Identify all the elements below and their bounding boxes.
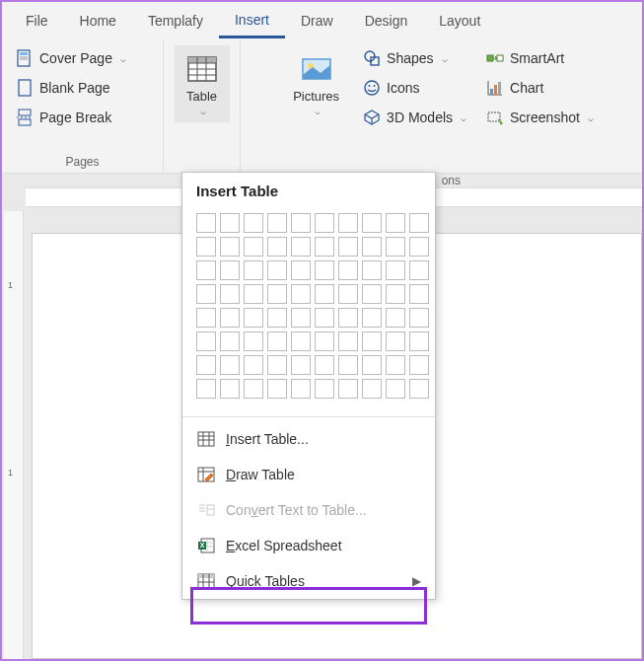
screenshot-button[interactable]: Screenshot ⌵ [480, 105, 600, 130]
tab-file[interactable]: File [10, 5, 64, 37]
grid-cell[interactable] [267, 213, 287, 233]
grid-cell[interactable] [220, 308, 240, 328]
grid-cell[interactable] [220, 331, 240, 351]
vertical-ruler[interactable]: 1 1 [4, 211, 24, 659]
grid-cell[interactable] [244, 355, 263, 375]
grid-cell[interactable] [338, 260, 358, 280]
table-button[interactable]: Table ⌵ [175, 45, 230, 122]
grid-cell[interactable] [315, 260, 334, 280]
grid-cell[interactable] [338, 308, 358, 328]
grid-cell[interactable] [267, 308, 287, 328]
grid-cell[interactable] [291, 331, 311, 351]
tab-design[interactable]: Design [349, 5, 424, 37]
grid-cell[interactable] [244, 379, 263, 399]
grid-cell[interactable] [220, 213, 240, 233]
grid-cell[interactable] [386, 331, 405, 351]
grid-cell[interactable] [267, 379, 287, 399]
grid-cell[interactable] [338, 213, 358, 233]
grid-cell[interactable] [291, 355, 311, 375]
draw-table-item[interactable]: Draw Table [182, 457, 435, 492]
grid-cell[interactable] [362, 379, 382, 399]
grid-cell[interactable] [409, 331, 429, 351]
grid-cell[interactable] [338, 284, 358, 304]
grid-cell[interactable] [315, 284, 334, 304]
grid-cell[interactable] [338, 331, 358, 351]
grid-cell[interactable] [267, 237, 287, 257]
cover-page-button[interactable]: Cover Page ⌵ [10, 45, 155, 71]
grid-cell[interactable] [267, 331, 287, 351]
grid-cell[interactable] [315, 308, 334, 328]
grid-cell[interactable] [315, 331, 334, 351]
grid-cell[interactable] [267, 284, 287, 304]
grid-cell[interactable] [244, 237, 263, 257]
grid-cell[interactable] [409, 308, 429, 328]
pictures-button[interactable]: Pictures ⌵ [283, 45, 349, 130]
grid-cell[interactable] [220, 355, 240, 375]
grid-cell[interactable] [196, 260, 216, 280]
grid-cell[interactable] [291, 379, 311, 399]
grid-cell[interactable] [291, 237, 311, 257]
grid-cell[interactable] [409, 355, 429, 375]
icons-button[interactable]: Icons [357, 75, 472, 101]
grid-cell[interactable] [386, 355, 405, 375]
chart-button[interactable]: Chart [480, 75, 600, 101]
grid-cell[interactable] [315, 213, 334, 233]
grid-cell[interactable] [291, 260, 311, 280]
grid-cell[interactable] [386, 308, 405, 328]
grid-cell[interactable] [244, 213, 263, 233]
grid-cell[interactable] [220, 237, 240, 257]
grid-cell[interactable] [386, 284, 405, 304]
grid-cell[interactable] [409, 284, 429, 304]
grid-cell[interactable] [362, 213, 382, 233]
grid-cell[interactable] [386, 213, 405, 233]
grid-cell[interactable] [196, 213, 216, 233]
grid-cell[interactable] [244, 284, 263, 304]
grid-cell[interactable] [267, 355, 287, 375]
grid-cell[interactable] [409, 213, 429, 233]
quick-tables-item[interactable]: Quick Tables ▶ [182, 563, 435, 599]
grid-cell[interactable] [196, 379, 216, 399]
grid-cell[interactable] [196, 237, 216, 257]
tab-templafy[interactable]: Templafy [132, 5, 219, 37]
excel-spreadsheet-item[interactable]: X Excel Spreadsheet [182, 528, 435, 563]
grid-cell[interactable] [196, 331, 216, 351]
grid-cell[interactable] [409, 260, 429, 280]
blank-page-button[interactable]: Blank Page [10, 75, 155, 101]
grid-cell[interactable] [196, 284, 216, 304]
grid-cell[interactable] [362, 355, 382, 375]
grid-cell[interactable] [291, 284, 311, 304]
grid-cell[interactable] [267, 260, 287, 280]
grid-cell[interactable] [315, 355, 334, 375]
table-grid-picker[interactable] [182, 207, 435, 412]
grid-cell[interactable] [220, 379, 240, 399]
grid-cell[interactable] [220, 260, 240, 280]
grid-cell[interactable] [338, 355, 358, 375]
tab-insert[interactable]: Insert [219, 4, 285, 38]
grid-cell[interactable] [338, 237, 358, 257]
grid-cell[interactable] [315, 379, 334, 399]
grid-cell[interactable] [291, 308, 311, 328]
grid-cell[interactable] [362, 308, 382, 328]
grid-cell[interactable] [362, 331, 382, 351]
grid-cell[interactable] [196, 355, 216, 375]
grid-cell[interactable] [386, 260, 405, 280]
smartart-button[interactable]: SmartArt [480, 45, 600, 71]
tab-layout[interactable]: Layout [423, 5, 496, 37]
grid-cell[interactable] [244, 260, 263, 280]
grid-cell[interactable] [315, 237, 334, 257]
grid-cell[interactable] [338, 379, 358, 399]
grid-cell[interactable] [386, 379, 405, 399]
grid-cell[interactable] [244, 331, 263, 351]
grid-cell[interactable] [362, 237, 382, 257]
tab-draw[interactable]: Draw [285, 5, 349, 37]
grid-cell[interactable] [220, 284, 240, 304]
3d-models-button[interactable]: 3D Models ⌵ [357, 105, 472, 130]
page-break-button[interactable]: Page Break [10, 105, 155, 130]
grid-cell[interactable] [362, 284, 382, 304]
grid-cell[interactable] [196, 308, 216, 328]
grid-cell[interactable] [409, 237, 429, 257]
tab-home[interactable]: Home [64, 5, 132, 37]
grid-cell[interactable] [362, 260, 382, 280]
shapes-button[interactable]: Shapes ⌵ [357, 45, 472, 71]
grid-cell[interactable] [291, 213, 311, 233]
